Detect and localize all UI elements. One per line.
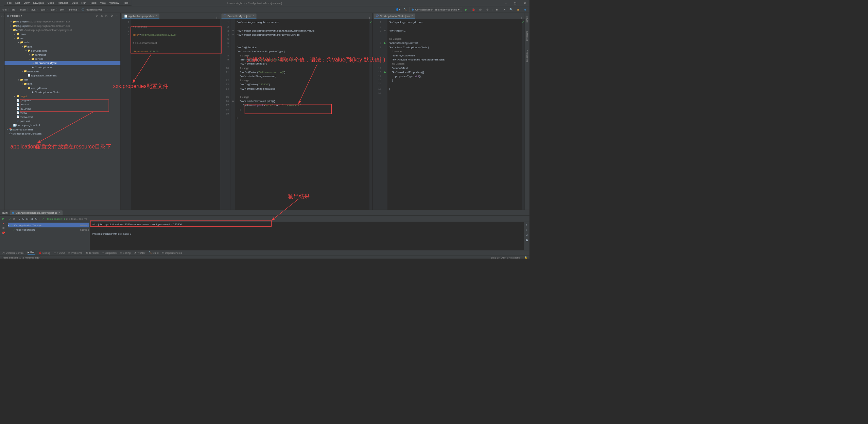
- test-root-row[interactable]: ▾✓ CrmApplicationTests (c 610 ms: [8, 223, 89, 227]
- minimize-button[interactable]: ─: [501, 0, 510, 6]
- tree-row[interactable]: 📄mvnw: [4, 111, 120, 115]
- menu-code[interactable]: Code: [46, 1, 56, 5]
- tree-row[interactable]: 📄crm.iml: [4, 102, 120, 106]
- tree-row[interactable]: 📄mvnw.cmd: [4, 115, 120, 119]
- tree-row[interactable]: ▾📁crm D:\Code\springboot\Code\learn-spri…: [4, 28, 120, 32]
- tree-row[interactable]: ▾📁resources: [4, 69, 120, 73]
- menu-help[interactable]: Help: [121, 1, 130, 5]
- crumb[interactable]: main: [19, 7, 27, 11]
- tab-options-icon[interactable]: ⋮: [519, 16, 525, 19]
- tree-row[interactable]: ▾📁test: [4, 77, 120, 82]
- tab-propertiestype[interactable]: Ⓘ PropertiesType.java ✕: [221, 14, 256, 19]
- crumb[interactable]: PropertiesType: [85, 7, 103, 11]
- soft-wrap-icon[interactable]: ↩: [526, 233, 528, 236]
- database-tool-button[interactable]: Database: [526, 30, 528, 42]
- menu-run[interactable]: Run: [80, 1, 88, 5]
- close-button[interactable]: ✕: [520, 0, 530, 6]
- menu-file[interactable]: File: [6, 1, 13, 5]
- menu-view[interactable]: View: [22, 1, 31, 5]
- project-tool-icon[interactable]: ▭: [1, 15, 3, 18]
- tab-profiler[interactable]: ◔ Profiler: [134, 251, 145, 254]
- crumb[interactable]: com: [40, 7, 46, 11]
- maximize-button[interactable]: ▢: [510, 0, 520, 6]
- tree-row[interactable]: ▸📁04-project D:\Code\springboot\Code\lea…: [4, 24, 120, 28]
- menu-window[interactable]: Window: [108, 1, 121, 5]
- build-button[interactable]: 🔨: [402, 7, 408, 12]
- tab-build[interactable]: 🔨 Build: [149, 251, 158, 254]
- tab-dependencies[interactable]: ⊞ Dependencies: [162, 251, 182, 254]
- tab-version-control[interactable]: ⎇ Version Control: [2, 251, 24, 254]
- tab-endpoints[interactable]: ⟐ Endpoints: [102, 251, 117, 254]
- rerun-button[interactable]: ▶: [2, 217, 4, 220]
- debug-button[interactable]: 🐞: [471, 7, 476, 12]
- tree-row[interactable]: ▸📚External Libraries: [4, 127, 120, 131]
- test-child-row[interactable]: ✓ testProperties() 610 ms: [8, 227, 89, 232]
- run-config-selector[interactable]: ⬢CrmApplicationTests.testProperties▾: [409, 7, 462, 12]
- tree-row[interactable]: ▾📁service: [4, 57, 120, 61]
- jetbrains-icon[interactable]: ◆: [522, 7, 528, 12]
- tree-row[interactable]: ▸📁.mvn: [4, 32, 120, 36]
- tab-problems[interactable]: ⊘ Problems: [68, 251, 82, 254]
- tree-row[interactable]: ▾📁main: [4, 40, 120, 44]
- tab-application-properties[interactable]: 📄 application.properties ✕: [122, 14, 159, 19]
- tree-row[interactable]: ▸ⒾPropertiesType: [4, 61, 120, 65]
- crumb[interactable]: service: [68, 7, 78, 11]
- notifications-tool-button[interactable]: Notifications: [526, 49, 528, 64]
- tab-run[interactable]: ▶ Run: [28, 251, 35, 255]
- tree-row[interactable]: ▾📁src: [4, 36, 120, 40]
- tab-todo[interactable]: ≔ TODO: [54, 251, 65, 254]
- crumb[interactable]: src: [11, 7, 16, 11]
- editor-properties[interactable]: 1234 # properties db.url=jdbc:mysql://lo…: [121, 19, 220, 210]
- tab-options-icon[interactable]: ⋮: [366, 16, 372, 19]
- collapse-all-icon[interactable]: ⊞: [31, 217, 33, 220]
- tree-row[interactable]: ▶CrmApplication: [4, 65, 120, 69]
- crumb[interactable]: gdb: [50, 7, 55, 11]
- crumb[interactable]: crm: [2, 7, 7, 11]
- scroll-bottom-icon[interactable]: ↓: [526, 228, 527, 231]
- test-fail-icon[interactable]: ⊘: [13, 217, 15, 220]
- tree-row[interactable]: 📄HELP.md: [4, 107, 120, 111]
- layout-button[interactable]: ⊞: [2, 227, 5, 230]
- tree-row[interactable]: ▾📁com.gdb.crm: [4, 86, 120, 90]
- menu-refactor[interactable]: Refactor: [56, 1, 70, 5]
- tree-row[interactable]: ▸📁controller: [4, 53, 120, 57]
- scroll-top-icon[interactable]: ↑: [526, 223, 527, 226]
- lock-icon[interactable]: 🔓: [524, 256, 527, 259]
- collapse-icon[interactable]: ⇱: [105, 14, 108, 17]
- coverage-button[interactable]: ◎: [478, 7, 483, 12]
- crumb[interactable]: crm: [59, 7, 65, 11]
- tab-terminal[interactable]: ▣ Terminal: [86, 251, 99, 254]
- ide-settings-icon[interactable]: ◉: [515, 7, 521, 12]
- test-tree[interactable]: ▾✓ CrmApplicationTests (c 610 ms ✓ testP…: [7, 222, 90, 250]
- hide-icon[interactable]: ─: [115, 14, 118, 17]
- locate-icon[interactable]: ⊕: [95, 14, 99, 17]
- print-icon[interactable]: 🖶: [525, 239, 528, 242]
- user-icon[interactable]: 👤▾: [395, 7, 401, 12]
- tree-row[interactable]: ▾📁03-project D:\Code\springboot\Code\lea…: [4, 19, 120, 23]
- close-icon[interactable]: ✕: [253, 15, 254, 17]
- menu-navigate[interactable]: Navigate: [32, 1, 46, 5]
- run-button[interactable]: ▶: [464, 7, 469, 12]
- menu-vcs[interactable]: VCS: [99, 1, 107, 5]
- tree-row[interactable]: 📄learn-springboot.iml: [4, 123, 120, 127]
- close-icon[interactable]: ✕: [155, 15, 157, 17]
- console-output[interactable]: url = jdbc:mysql://localhost:3030/crm, u…: [90, 222, 524, 250]
- test-pass-icon[interactable]: ✓: [9, 217, 11, 220]
- settings-icon[interactable]: ⚙: [110, 14, 114, 17]
- sort-icon[interactable]: ↓₂: [17, 217, 20, 220]
- project-tree[interactable]: ▾📁03-project D:\Code\springboot\Code\lea…: [4, 19, 120, 210]
- pin-button[interactable]: 📌: [2, 231, 5, 234]
- menu-edit[interactable]: Edit: [14, 1, 21, 5]
- search-button[interactable]: 🔍: [508, 7, 514, 12]
- stop-button[interactable]: ■: [494, 7, 500, 12]
- tree-row[interactable]: 📄.gitignore: [4, 98, 120, 102]
- tab-options-icon[interactable]: ⋮: [214, 16, 220, 19]
- stop-button[interactable]: ■: [3, 222, 4, 225]
- maven-tool-button[interactable]: Maven: [526, 15, 528, 24]
- tree-row[interactable]: ▾📁com.gdb.crm: [4, 49, 120, 53]
- tree-row[interactable]: 🗂Scratches and Consoles: [4, 131, 120, 136]
- close-icon[interactable]: ✕: [411, 15, 413, 17]
- run-tab[interactable]: ⬢ CrmApplicationTests.testProperties ✕: [10, 210, 63, 215]
- filter-icon[interactable]: ↑₂: [22, 217, 24, 220]
- tab-crmapplicationtests[interactable]: Ⓒ CrmApplicationTests.java ✕: [374, 14, 415, 19]
